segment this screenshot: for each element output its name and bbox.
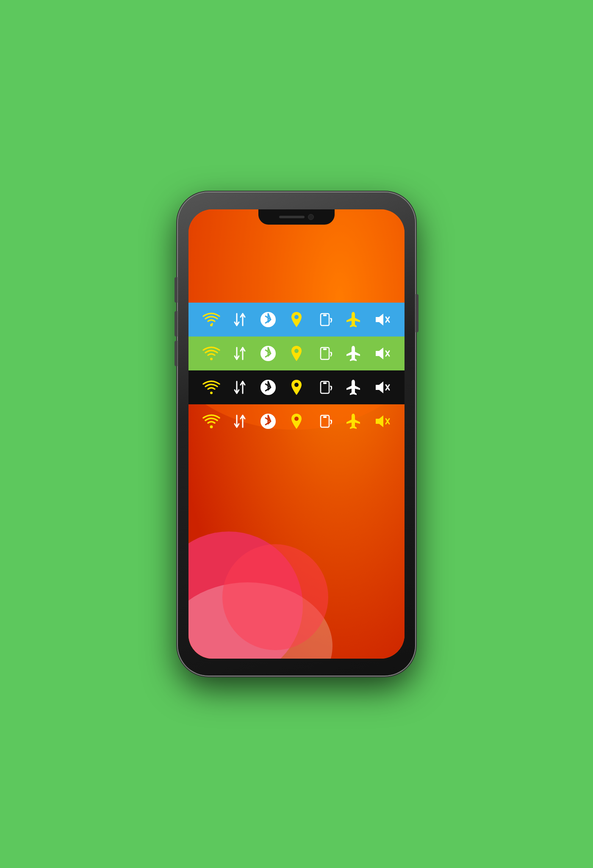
icon-row-blue <box>188 303 405 337</box>
svg-point-15 <box>210 426 213 428</box>
svg-point-5 <box>210 358 213 360</box>
bluetooth-icon <box>259 310 277 329</box>
wifi-icon-green <box>202 344 221 363</box>
bluetooth-icon-black <box>259 378 277 397</box>
rotation-icon-black <box>316 378 334 397</box>
location-icon-green <box>287 344 306 363</box>
wallpaper-bottom <box>188 523 405 659</box>
airplane-icon-black <box>344 378 363 397</box>
phone-wrapper <box>174 184 419 684</box>
data-icon-green <box>230 344 249 363</box>
rotation-icon-trans <box>316 412 334 431</box>
icon-row-green <box>188 337 405 370</box>
data-icon <box>230 310 249 329</box>
location-icon-black <box>287 378 306 397</box>
icon-rows-container <box>188 303 405 438</box>
mute-icon-trans <box>372 412 391 431</box>
svg-point-2 <box>294 315 299 319</box>
airplane-icon <box>344 310 363 329</box>
phone-screen <box>188 209 405 659</box>
icon-row-black <box>188 370 405 404</box>
icon-row-transparent <box>188 404 405 438</box>
wifi-icon <box>202 310 221 329</box>
phone-outer <box>178 192 415 676</box>
mute-icon-green <box>372 344 391 363</box>
svg-point-0 <box>210 324 213 326</box>
svg-rect-14 <box>323 382 327 384</box>
svg-point-7 <box>294 349 299 353</box>
bluetooth-icon-trans <box>259 412 277 431</box>
svg-rect-4 <box>323 314 327 316</box>
mute-icon-black <box>372 378 391 397</box>
svg-point-17 <box>294 417 299 421</box>
svg-point-10 <box>210 392 213 394</box>
bluetooth-icon-green <box>259 344 277 363</box>
location-icon <box>287 310 306 329</box>
rotation-icon-green <box>316 344 334 363</box>
svg-rect-9 <box>323 348 327 350</box>
mute-icon <box>372 310 391 329</box>
airplane-icon-trans <box>344 412 363 431</box>
data-icon-trans <box>230 412 249 431</box>
wallpaper-arc <box>188 582 333 659</box>
speaker-grille <box>279 216 305 218</box>
svg-rect-19 <box>323 416 327 418</box>
data-icon-black <box>230 378 249 397</box>
wifi-icon-trans <box>202 412 221 431</box>
rotation-icon <box>316 310 334 329</box>
airplane-icon-green <box>344 344 363 363</box>
wifi-icon-black <box>202 378 221 397</box>
front-camera <box>308 214 314 220</box>
svg-point-12 <box>294 383 299 387</box>
location-icon-trans <box>287 412 306 431</box>
notch <box>258 209 335 225</box>
